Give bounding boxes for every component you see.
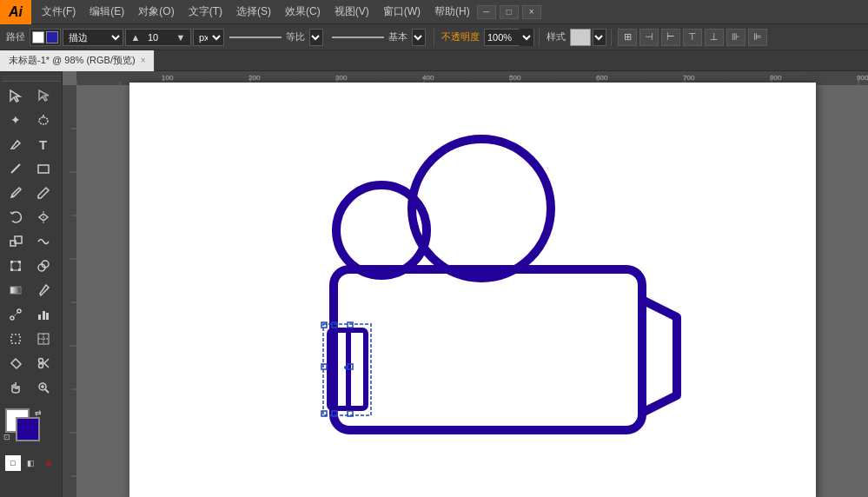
direct-select-tool[interactable] [30,83,57,108]
svg-rect-20 [46,313,49,320]
free-transform-tool[interactable] [2,254,30,278]
menu-object[interactable]: 对象(O) [131,0,181,24]
tab-bar: 未标题-1* @ 98% (RGB/预览) × [0,50,868,71]
eyedropper-tool[interactable] [30,278,57,302]
menu-effect[interactable]: 效果(C) [278,0,328,24]
svg-rect-62 [63,85,76,497]
basic-label: 基本 [386,30,410,43]
tool-row-8 [2,254,61,278]
screen-mode-btn[interactable]: ⊘ [41,455,57,471]
scissors-tool[interactable] [30,351,57,375]
tool-row-1 [2,83,61,108]
menu-window[interactable]: 窗口(W) [376,0,427,24]
line-tool[interactable] [2,156,30,181]
line-basic-select[interactable]: ▼ [412,29,426,46]
tool-row-4 [2,156,61,181]
svg-rect-21 [11,335,20,343]
opacity-input[interactable] [485,29,520,46]
canvas-area: 100 200 300 400 500 600 700 800 [63,71,868,497]
zoom-tool[interactable] [30,375,57,400]
rotate-tool[interactable] [2,205,30,229]
tab-close-btn[interactable]: × [141,56,146,65]
svg-point-87 [344,366,348,369]
svg-rect-12 [18,268,21,271]
line-ratio-select[interactable]: ▼ [309,29,323,46]
svg-text:400: 400 [422,74,434,82]
win-minimize-btn[interactable]: ─ [477,5,496,19]
distribute-v-icon[interactable]: ⊫ [748,29,767,46]
svg-rect-83 [321,364,327,369]
reflect-tool[interactable] [30,205,57,229]
align-bottom-icon[interactable]: ⊥ [705,29,724,46]
warp-tool[interactable] [30,229,57,254]
magic-wand-tool[interactable]: ✦ [2,108,30,132]
column-graph-tool[interactable] [30,302,57,327]
eraser-tool[interactable] [2,351,30,375]
svg-line-30 [45,389,49,393]
slice-tool[interactable] [30,327,57,351]
svg-point-0 [39,117,48,124]
stroke-width-increase-btn[interactable]: ▼ [171,29,190,46]
shape-builder-tool[interactable] [30,254,57,278]
stroke-unit-select[interactable]: px [193,29,224,46]
reset-colors-btn[interactable]: ⊡ [3,433,10,441]
svg-text:900: 900 [857,74,868,82]
style-select[interactable]: ▼ [593,29,606,46]
menu-bar: Ai 文件(F) 编辑(E) 对象(O) 文字(T) 选择(S) 效果(C) 视… [0,0,868,24]
blend-tool[interactable] [2,302,30,327]
artboard [129,83,816,497]
quick-mask-btn[interactable]: ◧ [23,455,39,471]
opacity-select[interactable]: ▼ [520,29,533,46]
stroke-color-swatch [46,31,58,43]
svg-text:100: 100 [162,74,174,82]
hand-tool[interactable] [2,375,30,400]
menu-edit[interactable]: 编辑(E) [83,0,131,24]
scale-tool[interactable] [2,229,30,254]
line-style-indicator-2 [332,36,384,38]
fill-color-swatch [32,31,44,43]
document-tab[interactable]: 未标题-1* @ 98% (RGB/预览) × [0,50,155,71]
arrange-icon[interactable]: ⊞ [618,29,637,46]
win-maximize-btn[interactable]: □ [500,5,519,19]
menu-file[interactable]: 文件(F) [35,0,83,24]
paintbrush-tool[interactable] [2,181,30,205]
tool-row-12 [2,351,61,375]
ruler-corner [2,75,61,82]
svg-rect-75 [334,269,642,430]
menu-text[interactable]: 文字(T) [182,0,229,24]
align-top-icon[interactable]: ⊤ [683,29,702,46]
align-left-icon[interactable]: ⊣ [639,29,659,46]
stroke-width-decrease-btn[interactable]: ▲ [126,29,145,46]
svg-rect-80 [348,322,353,328]
stroke-width-input[interactable] [145,29,171,46]
tool-row-5 [2,181,61,205]
lasso-tool[interactable] [30,108,57,132]
menu-help[interactable]: 帮助(H) [427,0,477,24]
mode-buttons: □ ◧ ⊘ [2,454,61,473]
select-tool[interactable] [2,83,30,108]
distribute-icon[interactable]: ⊪ [726,29,745,46]
canvas-content [76,85,868,497]
win-close-btn[interactable]: × [522,5,541,19]
pencil-tool[interactable] [30,181,57,205]
align-right-icon[interactable]: ⊢ [661,29,680,46]
pen-tool[interactable] [2,132,30,156]
tool-row-3: T [2,132,61,156]
menu-select[interactable]: 选择(S) [229,0,278,24]
svg-rect-3 [38,165,49,173]
svg-text:500: 500 [509,74,521,82]
artboard-tool[interactable] [2,327,30,351]
menu-view[interactable]: 视图(V) [328,0,376,24]
stroke-type-select[interactable]: 描边 [63,29,123,46]
svg-rect-10 [18,261,21,263]
normal-mode-btn[interactable]: □ [5,455,22,471]
stroke-well[interactable] [16,417,40,441]
svg-rect-11 [10,268,13,271]
swap-colors-btn[interactable]: ⇄ [35,408,42,417]
menu-items: 文件(F) 编辑(E) 对象(O) 文字(T) 选择(S) 效果(C) 视图(V… [31,0,545,24]
type-tool[interactable]: T [30,132,57,156]
toolbar: 路径 描边 ▲ ▼ px 等比 ▼ 基本 ▼ 不透明度 ▼ [0,24,868,50]
svg-text:200: 200 [248,74,261,82]
rect-tool[interactable] [30,156,57,181]
gradient-tool[interactable] [2,278,30,302]
